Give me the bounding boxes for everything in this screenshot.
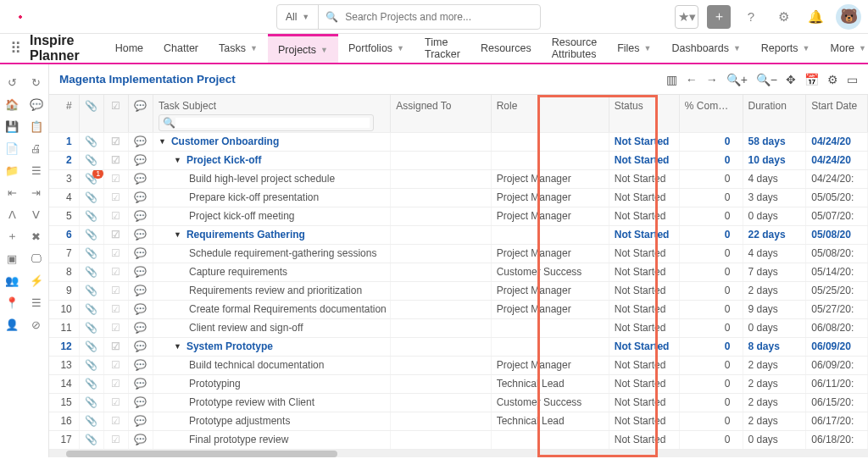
- chat-icon[interactable]: 💬: [134, 378, 147, 390]
- head-action-6[interactable]: 📅: [804, 73, 819, 86]
- chat-icon[interactable]: 💬: [134, 434, 147, 445]
- cell-assigned[interactable]: [391, 207, 491, 225]
- chat-icon[interactable]: 💬: [134, 303, 147, 315]
- cell-chat[interactable]: 💬: [128, 374, 153, 393]
- cell-chat[interactable]: 💬: [128, 281, 153, 300]
- rail-action-19[interactable]: ⚡: [25, 269, 49, 291]
- checkbox-icon[interactable]: ☑: [111, 322, 120, 334]
- favorites-button[interactable]: ★▾: [675, 5, 698, 29]
- cell-task[interactable]: ▼Customer Onboarding: [153, 132, 390, 151]
- cell-task[interactable]: Project kick-off meeting: [153, 207, 390, 225]
- rail-action-5[interactable]: 📋: [25, 115, 49, 137]
- cell-dur[interactable]: 0 days: [743, 318, 806, 337]
- checkbox-icon[interactable]: ☑: [111, 266, 120, 278]
- col-assigned-to[interactable]: Assigned To: [391, 95, 491, 132]
- cell-assigned[interactable]: [391, 132, 491, 151]
- head-action-3[interactable]: 🔍+: [726, 73, 748, 86]
- collapse-arrow-icon[interactable]: ▼: [159, 137, 166, 146]
- cell-status[interactable]: Not Started: [609, 412, 679, 430]
- cell-role[interactable]: Project Manager: [491, 188, 609, 207]
- cell-role[interactable]: [491, 132, 609, 151]
- cell-task[interactable]: Build technical documentation: [153, 356, 390, 374]
- col-attach[interactable]: 📎: [79, 95, 103, 132]
- cell-dur[interactable]: 2 days: [743, 281, 806, 300]
- rail-action-17[interactable]: 🖵: [25, 247, 49, 269]
- table-row[interactable]: 11📎☑💬Client review and sign-offNot Start…: [49, 318, 868, 337]
- cell-dur[interactable]: 9 days: [743, 300, 806, 318]
- cell-pct[interactable]: 0: [679, 281, 743, 300]
- cell-dur[interactable]: 4 days: [743, 244, 806, 263]
- cell-dur[interactable]: 22 days: [743, 225, 806, 244]
- chat-icon[interactable]: 💬: [134, 359, 147, 371]
- paperclip-icon[interactable]: 📎: [85, 247, 97, 259]
- col-pct-complete[interactable]: % Complete: [679, 95, 743, 132]
- rail-action-11[interactable]: ⇥: [25, 181, 49, 203]
- checkbox-icon[interactable]: ☑: [111, 303, 120, 315]
- cell-pct[interactable]: 0: [679, 132, 743, 151]
- cell-check[interactable]: ☑: [103, 225, 128, 244]
- cell-task[interactable]: Prototype adjustments: [153, 412, 390, 430]
- chat-icon[interactable]: 💬: [134, 173, 147, 185]
- cell-pct[interactable]: 0: [679, 337, 743, 356]
- cell-task[interactable]: Schedule requirement-gathering sessions: [153, 244, 390, 263]
- cell-pct[interactable]: 0: [679, 263, 743, 281]
- head-action-5[interactable]: ✥: [786, 73, 796, 86]
- col-number[interactable]: #: [49, 95, 79, 132]
- cell-pct[interactable]: 0: [679, 188, 743, 207]
- cell-dur[interactable]: 2 days: [743, 393, 806, 412]
- paperclip-icon[interactable]: 📎: [85, 434, 97, 445]
- rail-action-22[interactable]: 👤: [0, 313, 25, 335]
- cell-check[interactable]: ☑: [103, 337, 128, 356]
- paperclip-icon[interactable]: 📎: [85, 396, 97, 408]
- checkbox-icon[interactable]: ☑: [111, 415, 120, 427]
- nav-item-projects[interactable]: Projects▼: [268, 34, 338, 63]
- cell-role[interactable]: [491, 151, 609, 169]
- cell-chat[interactable]: 💬: [128, 151, 153, 169]
- checkbox-icon[interactable]: ☑: [111, 191, 120, 203]
- col-check[interactable]: ☑: [103, 95, 128, 132]
- cell-check[interactable]: ☑: [103, 356, 128, 374]
- chat-icon[interactable]: 💬: [134, 210, 147, 222]
- cell-chat[interactable]: 💬: [128, 430, 153, 449]
- cell-status[interactable]: Not Started: [609, 169, 679, 188]
- chat-icon[interactable]: 💬: [134, 247, 147, 259]
- cell-dur[interactable]: 10 days: [743, 151, 806, 169]
- cell-dur[interactable]: 7 days: [743, 263, 806, 281]
- chat-icon[interactable]: 💬: [134, 229, 147, 241]
- cell-status[interactable]: Not Started: [609, 356, 679, 374]
- checkbox-icon[interactable]: ☑: [111, 396, 120, 408]
- cell-status[interactable]: Not Started: [609, 225, 679, 244]
- nav-item-home[interactable]: Home: [105, 34, 153, 63]
- table-row[interactable]: 12📎☑💬▼System PrototypeNot Started08 days…: [49, 337, 868, 356]
- cell-check[interactable]: ☑: [103, 374, 128, 393]
- rail-action-6[interactable]: 📄: [0, 137, 25, 159]
- chat-icon[interactable]: 💬: [134, 266, 147, 278]
- cell-chat[interactable]: 💬: [128, 412, 153, 430]
- cell-role[interactable]: Project Manager: [491, 169, 609, 188]
- nav-item-portfolios[interactable]: Portfolios▼: [338, 34, 415, 63]
- head-action-0[interactable]: ▥: [666, 73, 677, 86]
- cell-date[interactable]: 04/24/20: [806, 132, 868, 151]
- cell-status[interactable]: Not Started: [609, 430, 679, 449]
- paperclip-icon[interactable]: 📎: [85, 359, 97, 371]
- checkbox-icon[interactable]: ☑: [111, 135, 120, 147]
- cell-dur[interactable]: 0 days: [743, 207, 806, 225]
- cell-task[interactable]: Create formal Requirements documentation: [153, 300, 390, 318]
- cell-pct[interactable]: 0: [679, 244, 743, 263]
- col-task-subject[interactable]: Task Subject 🔍: [153, 95, 390, 132]
- paperclip-icon[interactable]: 📎: [85, 191, 97, 203]
- cell-chat[interactable]: 💬: [128, 300, 153, 318]
- cell-attach[interactable]: 📎: [79, 318, 103, 337]
- cell-task[interactable]: Capture requirements: [153, 263, 390, 281]
- checkbox-icon[interactable]: ☑: [111, 247, 120, 259]
- cell-status[interactable]: Not Started: [609, 207, 679, 225]
- table-row[interactable]: 17📎☑💬Final prototype reviewNot Started00…: [49, 430, 868, 449]
- table-row[interactable]: 7📎☑💬Schedule requirement-gathering sessi…: [49, 244, 868, 263]
- table-row[interactable]: 4📎☑💬Prepare kick-off presentationProject…: [49, 188, 868, 207]
- cell-assigned[interactable]: [391, 337, 491, 356]
- cell-role[interactable]: Project Manager: [491, 207, 609, 225]
- rail-action-8[interactable]: 📁: [0, 159, 25, 181]
- cell-status[interactable]: Not Started: [609, 244, 679, 263]
- cell-task[interactable]: ▼Project Kick-off: [153, 151, 390, 169]
- cell-check[interactable]: ☑: [103, 244, 128, 263]
